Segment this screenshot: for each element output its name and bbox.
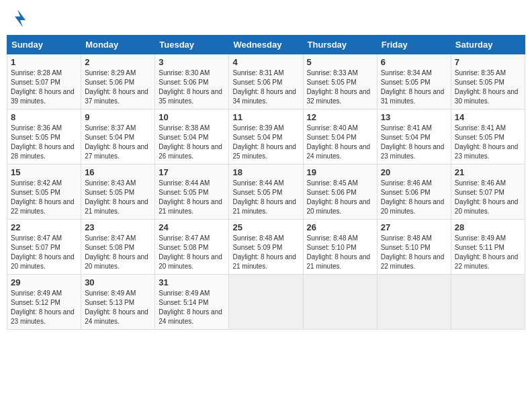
page-header <box>7 7 525 28</box>
day-number: 11 <box>232 112 299 122</box>
day-info: Sunrise: 8:41 AMSunset: 5:05 PMDaylight:… <box>455 124 519 160</box>
calendar-week-row: 29 Sunrise: 8:49 AMSunset: 5:12 PMDaylig… <box>7 275 525 330</box>
day-info: Sunrise: 8:39 AMSunset: 5:04 PMDaylight:… <box>232 124 296 160</box>
day-info: Sunrise: 8:34 AMSunset: 5:05 PMDaylight:… <box>381 69 445 105</box>
day-info: Sunrise: 8:49 AMSunset: 5:13 PMDaylight:… <box>85 289 148 325</box>
day-info: Sunrise: 8:49 AMSunset: 5:11 PMDaylight:… <box>455 234 519 270</box>
calendar-cell <box>377 275 451 330</box>
day-info: Sunrise: 8:33 AMSunset: 5:05 PMDaylight:… <box>307 69 371 105</box>
calendar-week-row: 22 Sunrise: 8:47 AMSunset: 5:07 PMDaylig… <box>7 220 525 275</box>
calendar-cell: 9 Sunrise: 8:37 AMSunset: 5:04 PMDayligh… <box>81 109 155 165</box>
day-number: 20 <box>381 167 447 177</box>
day-number: 19 <box>307 167 373 177</box>
day-number: 16 <box>85 167 151 177</box>
day-number: 24 <box>159 222 225 232</box>
calendar-cell: 8 Sunrise: 8:36 AMSunset: 5:05 PMDayligh… <box>7 109 81 165</box>
day-info: Sunrise: 8:37 AMSunset: 5:04 PMDaylight:… <box>85 124 148 160</box>
calendar-week-row: 8 Sunrise: 8:36 AMSunset: 5:05 PMDayligh… <box>7 109 525 165</box>
day-info: Sunrise: 8:31 AMSunset: 5:06 PMDaylight:… <box>232 69 296 105</box>
calendar-cell: 30 Sunrise: 8:49 AMSunset: 5:13 PMDaylig… <box>81 275 155 330</box>
day-number: 31 <box>159 277 225 287</box>
weekday-header: Wednesday <box>229 36 303 54</box>
day-number: 13 <box>381 112 447 122</box>
calendar-cell: 27 Sunrise: 8:48 AMSunset: 5:10 PMDaylig… <box>377 220 451 275</box>
day-number: 15 <box>11 167 77 177</box>
day-info: Sunrise: 8:44 AMSunset: 5:05 PMDaylight:… <box>159 179 222 215</box>
calendar-cell: 5 Sunrise: 8:33 AMSunset: 5:05 PMDayligh… <box>303 54 377 109</box>
calendar-header: SundayMondayTuesdayWednesdayThursdayFrid… <box>7 36 525 54</box>
day-number: 29 <box>11 277 77 287</box>
day-number: 30 <box>85 277 151 287</box>
calendar-cell: 13 Sunrise: 8:41 AMSunset: 5:04 PMDaylig… <box>377 109 451 165</box>
day-info: Sunrise: 8:49 AMSunset: 5:14 PMDaylight:… <box>159 289 222 325</box>
day-info: Sunrise: 8:40 AMSunset: 5:04 PMDaylight:… <box>307 124 371 160</box>
calendar-cell: 6 Sunrise: 8:34 AMSunset: 5:05 PMDayligh… <box>377 54 451 109</box>
weekday-header: Monday <box>81 36 155 54</box>
day-info: Sunrise: 8:42 AMSunset: 5:05 PMDaylight:… <box>11 179 75 215</box>
calendar-cell: 15 Sunrise: 8:42 AMSunset: 5:05 PMDaylig… <box>7 165 81 220</box>
day-info: Sunrise: 8:38 AMSunset: 5:04 PMDaylight:… <box>159 124 222 160</box>
calendar-cell: 21 Sunrise: 8:46 AMSunset: 5:07 PMDaylig… <box>451 165 525 220</box>
day-info: Sunrise: 8:47 AMSunset: 5:07 PMDaylight:… <box>11 234 75 270</box>
day-number: 21 <box>455 167 521 177</box>
day-info: Sunrise: 8:48 AMSunset: 5:09 PMDaylight:… <box>232 234 296 270</box>
day-number: 3 <box>159 57 225 67</box>
day-number: 4 <box>232 57 299 67</box>
calendar-cell: 4 Sunrise: 8:31 AMSunset: 5:06 PMDayligh… <box>229 54 303 109</box>
calendar-cell: 24 Sunrise: 8:47 AMSunset: 5:08 PMDaylig… <box>155 220 229 275</box>
weekday-header: Saturday <box>451 36 525 54</box>
day-info: Sunrise: 8:48 AMSunset: 5:10 PMDaylight:… <box>307 234 371 270</box>
day-number: 22 <box>11 222 77 232</box>
day-number: 18 <box>232 167 299 177</box>
calendar-cell: 2 Sunrise: 8:29 AMSunset: 5:06 PMDayligh… <box>81 54 155 109</box>
day-info: Sunrise: 8:47 AMSunset: 5:08 PMDaylight:… <box>85 234 148 270</box>
calendar-cell: 16 Sunrise: 8:43 AMSunset: 5:05 PMDaylig… <box>81 165 155 220</box>
day-info: Sunrise: 8:47 AMSunset: 5:08 PMDaylight:… <box>159 234 222 270</box>
calendar-cell: 26 Sunrise: 8:48 AMSunset: 5:10 PMDaylig… <box>303 220 377 275</box>
weekday-header: Thursday <box>303 36 377 54</box>
calendar-table: SundayMondayTuesdayWednesdayThursdayFrid… <box>7 35 525 330</box>
day-number: 27 <box>381 222 447 232</box>
day-info: Sunrise: 8:41 AMSunset: 5:04 PMDaylight:… <box>381 124 445 160</box>
day-info: Sunrise: 8:35 AMSunset: 5:05 PMDaylight:… <box>455 69 519 105</box>
day-info: Sunrise: 8:43 AMSunset: 5:05 PMDaylight:… <box>85 179 148 215</box>
calendar-cell: 1 Sunrise: 8:28 AMSunset: 5:07 PMDayligh… <box>7 54 81 109</box>
calendar-week-row: 1 Sunrise: 8:28 AMSunset: 5:07 PMDayligh… <box>7 54 525 109</box>
day-info: Sunrise: 8:46 AMSunset: 5:07 PMDaylight:… <box>455 179 519 215</box>
calendar-cell: 28 Sunrise: 8:49 AMSunset: 5:11 PMDaylig… <box>451 220 525 275</box>
calendar-cell: 3 Sunrise: 8:30 AMSunset: 5:06 PMDayligh… <box>155 54 229 109</box>
calendar-body: 1 Sunrise: 8:28 AMSunset: 5:07 PMDayligh… <box>7 54 525 330</box>
weekday-header: Friday <box>377 36 451 54</box>
day-number: 1 <box>11 57 77 67</box>
day-number: 7 <box>455 57 521 67</box>
day-info: Sunrise: 8:36 AMSunset: 5:05 PMDaylight:… <box>11 124 75 160</box>
calendar-cell <box>451 275 525 330</box>
day-number: 6 <box>381 57 447 67</box>
logo-icon <box>7 7 28 28</box>
calendar-cell: 25 Sunrise: 8:48 AMSunset: 5:09 PMDaylig… <box>229 220 303 275</box>
calendar-cell: 31 Sunrise: 8:49 AMSunset: 5:14 PMDaylig… <box>155 275 229 330</box>
calendar-cell: 10 Sunrise: 8:38 AMSunset: 5:04 PMDaylig… <box>155 109 229 165</box>
day-info: Sunrise: 8:48 AMSunset: 5:10 PMDaylight:… <box>381 234 445 270</box>
day-number: 5 <box>307 57 373 67</box>
day-number: 8 <box>11 112 77 122</box>
calendar-cell: 14 Sunrise: 8:41 AMSunset: 5:05 PMDaylig… <box>451 109 525 165</box>
day-info: Sunrise: 8:49 AMSunset: 5:12 PMDaylight:… <box>11 289 75 325</box>
day-number: 26 <box>307 222 373 232</box>
calendar-cell: 23 Sunrise: 8:47 AMSunset: 5:08 PMDaylig… <box>81 220 155 275</box>
calendar-cell: 20 Sunrise: 8:46 AMSunset: 5:06 PMDaylig… <box>377 165 451 220</box>
day-number: 14 <box>455 112 521 122</box>
day-number: 2 <box>85 57 151 67</box>
calendar-week-row: 15 Sunrise: 8:42 AMSunset: 5:05 PMDaylig… <box>7 165 525 220</box>
day-info: Sunrise: 8:28 AMSunset: 5:07 PMDaylight:… <box>11 69 75 105</box>
calendar-cell <box>229 275 303 330</box>
day-number: 9 <box>85 112 151 122</box>
calendar-cell: 17 Sunrise: 8:44 AMSunset: 5:05 PMDaylig… <box>155 165 229 220</box>
logo <box>7 7 31 28</box>
calendar-cell <box>303 275 377 330</box>
day-number: 12 <box>307 112 373 122</box>
day-number: 10 <box>159 112 225 122</box>
day-number: 23 <box>85 222 151 232</box>
calendar-cell: 22 Sunrise: 8:47 AMSunset: 5:07 PMDaylig… <box>7 220 81 275</box>
day-number: 17 <box>159 167 225 177</box>
